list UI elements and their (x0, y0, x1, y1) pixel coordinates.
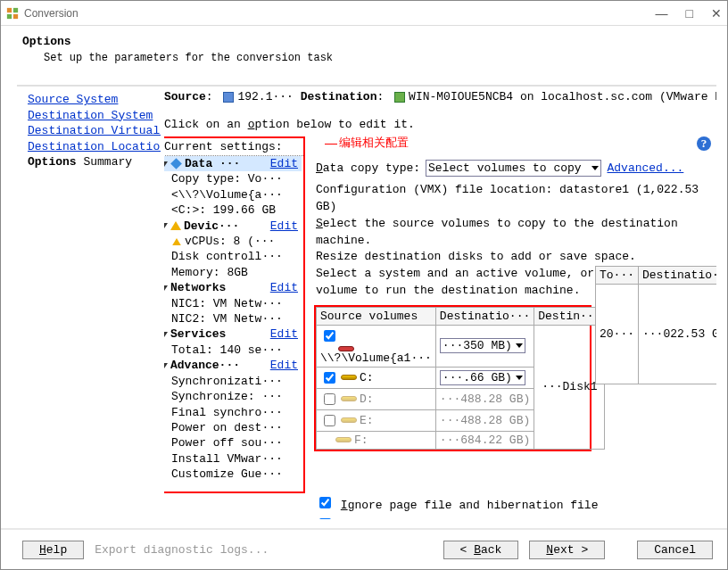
edit-networks-link[interactable]: Edit (270, 280, 302, 295)
vol-check-0[interactable] (324, 330, 335, 342)
settings-item[interactable]: Install VMwar··· (164, 451, 302, 467)
settings-item[interactable]: Final synchro··· (164, 405, 302, 420)
options-detail-area: 编辑相关配置 ? Data copy type: Select volumes … (314, 136, 716, 519)
settings-services[interactable]: ServicesEdit (164, 326, 302, 342)
col-dest-size[interactable]: Destinatio··· (435, 307, 534, 325)
dest-value: WIN-M0IOUE5NCB4 on localhost.sc.com (VMw… (409, 90, 716, 103)
settings-data[interactable]: Data ···Edit (164, 156, 302, 171)
source-label: Source (164, 90, 206, 103)
page-subtitle: Set up the parameters for the conversion… (44, 52, 706, 64)
nav-destination-location[interactable]: Destination Location (28, 139, 161, 155)
edit-devices-link[interactable]: Edit (270, 219, 302, 234)
nav-source-system[interactable]: Source System (28, 92, 161, 108)
bottom-bar: Help Export diagnostic logs... < Back Ne… (1, 528, 727, 562)
volumes-table-box: Source volumes Destinatio··· Destin··· \… (314, 305, 592, 451)
size-combo-1[interactable]: ···.66 GB) (440, 370, 525, 385)
annotation: 编辑相关配置 (339, 135, 409, 151)
total-cell: 20··· (596, 285, 639, 384)
header-area: Options Set up the parameters for the co… (1, 26, 727, 70)
export-diag-link: Export diagnostic logs... (95, 543, 269, 557)
chevron-down-icon (164, 332, 168, 337)
back-button[interactable]: < Back (443, 541, 519, 559)
chevron-down-icon (164, 161, 168, 167)
col-total[interactable]: To··· (596, 267, 639, 285)
minimize-icon[interactable]: — (656, 6, 668, 21)
settings-item[interactable]: Customize Gue··· (164, 467, 302, 482)
data-copy-combo[interactable]: Select volumes to copy (426, 160, 601, 177)
current-settings-panel: Current settings: Data ···Edit Copy type… (164, 136, 305, 493)
data-copy-label: Data copy type: (316, 161, 420, 175)
edit-data-link[interactable]: Edit (270, 156, 302, 171)
dest-server-icon (394, 92, 405, 103)
server-icon (223, 92, 234, 103)
help-button[interactable]: Help (22, 541, 84, 559)
edit-advanced-link[interactable]: Edit (270, 358, 302, 373)
instruction: Click on an option below to edit it. (164, 118, 716, 131)
resize-line: Resize destination disks to add or save … (316, 249, 715, 266)
settings-item[interactable]: <C:>: 199.66 GB (164, 202, 302, 218)
settings-advanced[interactable]: Advance···Edit (164, 358, 302, 373)
nav-options[interactable]: Options (28, 155, 77, 169)
content-area: Source: 192.1··· Destination: WIN-M0IOUE… (164, 87, 716, 519)
svg-rect-0 (7, 7, 12, 12)
source-dest-line: Source: 192.1··· Destination: WIN-M0IOUE… (164, 90, 716, 103)
vol-check-3[interactable] (324, 415, 335, 426)
data-icon (170, 158, 182, 169)
dest-label: Destination (301, 90, 377, 103)
disk-icon (341, 375, 357, 380)
svg-rect-1 (13, 7, 18, 12)
optimized-layout-check[interactable] (319, 518, 331, 519)
edit-services-link[interactable]: Edit (270, 326, 302, 342)
vol-check-1[interactable] (324, 372, 335, 384)
chevron-down-icon (164, 223, 168, 228)
warning-icon (170, 221, 181, 230)
titlebar: Conversion — □ ✕ (1, 1, 727, 26)
warning-icon (172, 238, 181, 245)
settings-item[interactable]: Total: 140 se··· (164, 343, 302, 358)
select-src-line: Select the source volumes to copy to the… (316, 216, 715, 250)
nav-destination-system[interactable]: Destination System (28, 108, 161, 124)
nav-pane: Source System Destination System Destina… (17, 87, 164, 519)
settings-item[interactable]: Synchronizati··· (164, 374, 302, 389)
settings-networks[interactable]: NetworksEdit (164, 280, 302, 295)
source-value: 192.1··· (237, 90, 293, 103)
table-row[interactable]: \\?\Volume{a1··· ···350 MB) ···Disk1 (317, 325, 605, 367)
next-button[interactable]: Next > (529, 541, 605, 559)
settings-item[interactable]: NIC1: VM Netw··· (164, 296, 302, 311)
ignore-pagefile-check[interactable] (319, 497, 331, 508)
settings-item[interactable]: Memory: 8GB (164, 265, 302, 280)
cancel-button[interactable]: Cancel (637, 541, 713, 559)
window-title: Conversion (24, 7, 79, 20)
settings-item[interactable]: NIC2: VM Netw··· (164, 311, 302, 326)
vol-check-2[interactable] (324, 393, 335, 405)
help-icon[interactable]: ? (697, 136, 711, 151)
settings-devices[interactable]: Devic···Edit (164, 219, 302, 234)
nav-summary[interactable]: Summary (83, 155, 132, 169)
settings-item[interactable]: Disk controll··· (164, 249, 302, 264)
vmx-location: Configuration (VMX) file location: datas… (316, 182, 715, 216)
maximize-icon[interactable]: □ (686, 6, 693, 21)
col-source-volumes[interactable]: Source volumes (317, 307, 436, 325)
settings-item[interactable]: Power on dest··· (164, 420, 302, 435)
settings-item[interactable]: <\\?\Volume{a··· (164, 187, 302, 202)
settings-item[interactable]: vCPUs: 8 (··· (164, 234, 302, 249)
settings-item[interactable]: Synchronize: ··· (164, 389, 302, 404)
settings-item[interactable]: Power off sou··· (164, 435, 302, 450)
disk-icon (335, 437, 352, 442)
outer-columns: To···Destinatio··· 20······022.53 GB) (595, 266, 716, 384)
chevron-down-icon (592, 166, 599, 170)
nav-destination-vm[interactable]: Destination Virtual M (28, 123, 161, 139)
size-cell: ···684.22 GB) (435, 431, 534, 449)
settings-item[interactable]: Copy type: Vo··· (164, 171, 302, 186)
close-icon[interactable]: ✕ (711, 6, 722, 21)
size-combo-0[interactable]: ···350 MB) (440, 338, 525, 353)
chevron-down-icon (516, 376, 523, 380)
conversion-window: Conversion — □ ✕ Options Set up the para… (0, 0, 728, 570)
advanced-link[interactable]: Advanced... (607, 161, 683, 175)
col-destination[interactable]: Destinatio··· (639, 267, 716, 285)
chevron-down-icon (516, 343, 523, 348)
chevron-down-icon (164, 363, 168, 368)
chevron-down-icon (164, 285, 168, 291)
size-cell: ···488.28 GB) (435, 388, 534, 409)
data-copy-row: Data copy type: Select volumes to copy A… (314, 156, 716, 182)
